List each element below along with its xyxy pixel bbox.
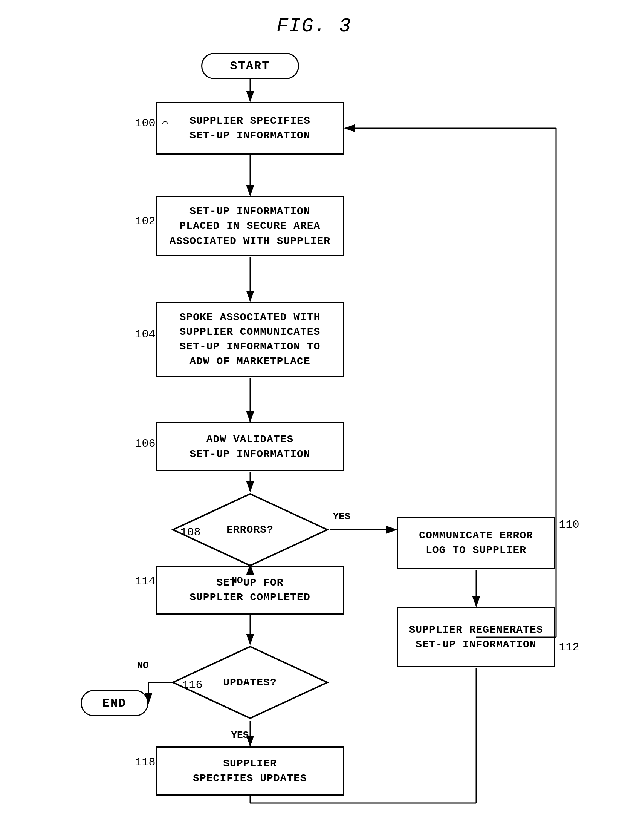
no-label-116: NO [137,660,149,671]
ref-100: 100 ⌒ [135,117,168,130]
ref-104: 104 [135,328,156,341]
node-102: SET-UP INFORMATIONPLACED IN SECURE AREAA… [156,196,344,256]
flowchart: START SUPPLIER SPECIFIESSET-UP INFORMATI… [69,41,559,818]
node-118: SUPPLIERSPECIFIES UPDATES [156,747,344,796]
node-118-label: SUPPLIERSPECIFIES UPDATES [193,756,307,786]
page: FIG. 3 START SUPPLIER SPECIFIESSET-UP IN… [0,0,628,840]
node-114-label: SET-UP FORSUPPLIER COMPLETED [189,575,310,605]
node-112: SUPPLIER REGENERATESSET-UP INFORMATION [397,607,555,667]
node-114: SET-UP FORSUPPLIER COMPLETED [156,565,344,614]
node-110: COMMUNICATE ERRORLOG TO SUPPLIER [397,516,555,569]
node-100-label: SUPPLIER SPECIFIESSET-UP INFORMATION [189,114,310,143]
ref-112: 112 [559,641,579,654]
node-106: ADW VALIDATESSET-UP INFORMATION [156,422,344,471]
end-node: END [80,690,148,716]
node-106-label: ADW VALIDATESSET-UP INFORMATION [189,432,310,461]
ref-110: 110 [559,518,579,531]
ref-118: 118 [135,756,156,769]
yes-label-116: YES [231,729,249,741]
figure-title: FIG. 3 [277,15,351,37]
ref-106: 106 [135,437,156,450]
start-node: START [201,53,299,79]
ref-108: 108 [181,526,201,539]
node-112-label: SUPPLIER REGENERATESSET-UP INFORMATION [409,622,543,652]
node-104-label: SPOKE ASSOCIATED WITHSUPPLIER COMMUNICAT… [180,310,321,369]
node-100: SUPPLIER SPECIFIESSET-UP INFORMATION [156,102,344,155]
yes-label-108: YES [333,511,351,522]
node-110-label: COMMUNICATE ERRORLOG TO SUPPLIER [419,528,533,557]
node-104: SPOKE ASSOCIATED WITHSUPPLIER COMMUNICAT… [156,302,344,377]
ref-116: 116 [183,679,203,692]
node-102-label: SET-UP INFORMATIONPLACED IN SECURE AREAA… [170,204,331,248]
ref-102: 102 [135,215,156,228]
ref-114: 114 [135,575,156,588]
